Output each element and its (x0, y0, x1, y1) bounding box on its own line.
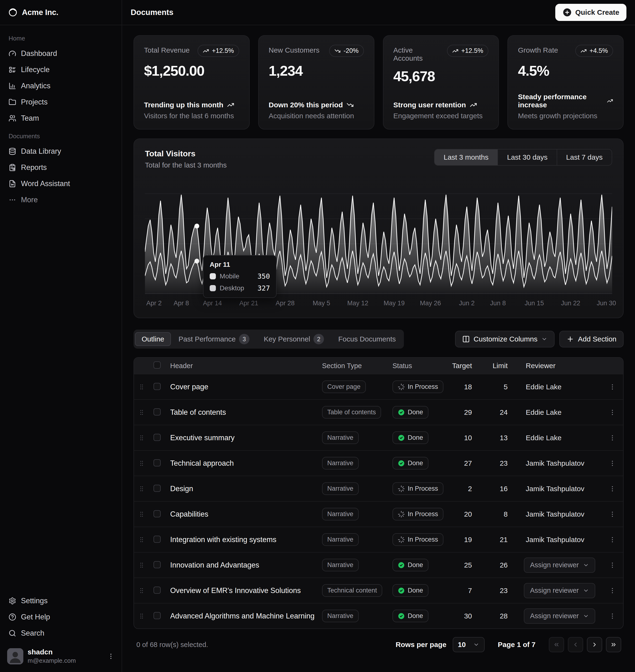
drag-handle[interactable] (134, 409, 149, 416)
limit-value[interactable]: 13 (479, 434, 514, 442)
range-last-3-months[interactable]: Last 3 months (435, 150, 498, 165)
row-menu-button[interactable] (602, 587, 623, 594)
tab-focus-documents[interactable]: Focus Documents (331, 332, 402, 346)
row-header-link[interactable]: Cover page (170, 383, 322, 391)
range-toggle-group: Last 3 months Last 30 days Last 7 days (434, 149, 612, 165)
row-menu-button[interactable] (602, 434, 623, 442)
drag-handle[interactable] (134, 384, 149, 390)
assign-reviewer-select[interactable]: Assign reviewer (524, 558, 595, 573)
sidebar-item-settings[interactable]: Settings (4, 593, 118, 609)
row-checkbox[interactable] (154, 459, 161, 466)
row-checkbox[interactable] (154, 485, 161, 492)
row-header-link[interactable]: Executive summary (170, 433, 322, 442)
row-header-link[interactable]: Advanced Algorithms and Machine Learning (170, 612, 322, 620)
add-section-button[interactable]: Add Section (559, 331, 623, 348)
tab-key-personnel[interactable]: Key Personnel2 (257, 331, 331, 347)
target-value[interactable]: 25 (437, 561, 479, 569)
sidebar-item-search[interactable]: Search (4, 625, 118, 641)
limit-value[interactable]: 24 (479, 408, 514, 417)
tab-outline[interactable]: Outline (135, 332, 171, 346)
row-menu-button[interactable] (602, 612, 623, 620)
row-checkbox[interactable] (154, 408, 161, 416)
previous-page-button[interactable] (568, 637, 583, 652)
rows-per-page-select[interactable]: 10 (453, 637, 485, 652)
target-value[interactable]: 29 (437, 408, 479, 417)
user-menu-trigger[interactable]: shadcn m@example.com (4, 645, 118, 668)
row-menu-button[interactable] (602, 383, 623, 390)
last-page-button[interactable] (606, 637, 621, 652)
assign-reviewer-select[interactable]: Assign reviewer (524, 583, 595, 598)
row-checkbox[interactable] (154, 434, 161, 441)
sidebar-item-analytics[interactable]: Analytics (4, 78, 118, 94)
limit-value[interactable]: 16 (479, 485, 514, 493)
target-value[interactable]: 19 (437, 536, 479, 544)
limit-value[interactable]: 23 (479, 587, 514, 595)
select-all-checkbox[interactable] (154, 361, 161, 368)
sidebar-item-label: Search (21, 629, 44, 637)
row-checkbox[interactable] (154, 561, 161, 568)
sidebar-item-more[interactable]: More (4, 192, 118, 208)
row-header-link[interactable]: Technical approach (170, 459, 322, 468)
more-vertical-icon[interactable] (107, 653, 114, 660)
sidebar-item-team[interactable]: Team (4, 110, 118, 126)
sidebar-item-dashboard[interactable]: Dashboard (4, 45, 118, 62)
drag-handle[interactable] (134, 536, 149, 543)
target-value[interactable]: 18 (437, 383, 479, 391)
first-page-button[interactable] (549, 637, 564, 652)
drag-handle[interactable] (134, 460, 149, 467)
row-checkbox[interactable] (154, 383, 161, 390)
row-menu-button[interactable] (602, 409, 623, 416)
limit-value[interactable]: 26 (479, 561, 514, 569)
row-menu-button[interactable] (602, 562, 623, 569)
sidebar-item-reports[interactable]: Reports (4, 159, 118, 176)
row-header-link[interactable]: Capabilities (170, 510, 322, 518)
tab-past-performance[interactable]: Past Performance3 (172, 331, 256, 347)
sidebar-item-lifecycle[interactable]: Lifecycle (4, 62, 118, 78)
drag-handle[interactable] (134, 613, 149, 620)
sidebar-item-data-library[interactable]: Data Library (4, 143, 118, 159)
target-value[interactable]: 7 (437, 587, 479, 595)
row-checkbox[interactable] (154, 612, 161, 619)
row-menu-button[interactable] (602, 536, 623, 543)
row-header-link[interactable]: Integration with existing systems (170, 535, 322, 544)
org-switcher[interactable]: Acme Inc. (0, 0, 122, 25)
row-checkbox[interactable] (154, 587, 161, 594)
drag-handle[interactable] (134, 562, 149, 568)
customize-columns-button[interactable]: Customize Columns (455, 331, 554, 348)
help-icon (8, 613, 16, 621)
sidebar-item-get-help[interactable]: Get Help (4, 609, 118, 625)
next-page-button[interactable] (587, 637, 602, 652)
target-value[interactable]: 20 (437, 510, 479, 518)
database-icon (8, 148, 16, 155)
range-last-7-days[interactable]: Last 7 days (557, 150, 612, 165)
row-header-link[interactable]: Overview of EMR's Innovative Solutions (170, 586, 322, 595)
limit-value[interactable]: 5 (479, 383, 514, 391)
sidebar-item-word-assistant[interactable]: Word Assistant (4, 176, 118, 192)
row-checkbox[interactable] (154, 536, 161, 543)
target-value[interactable]: 2 (437, 485, 479, 493)
target-value[interactable]: 10 (437, 434, 479, 442)
status-badge: Done (392, 431, 429, 444)
limit-value[interactable]: 8 (479, 510, 514, 518)
quick-create-button[interactable]: Quick Create (555, 4, 627, 21)
area-chart-plot[interactable]: Apr 11 Mobile 350 Desktop 327 (145, 180, 612, 294)
row-header-link[interactable]: Design (170, 485, 322, 493)
target-value[interactable]: 30 (437, 612, 479, 620)
limit-value[interactable]: 28 (479, 612, 514, 620)
row-menu-button[interactable] (602, 485, 623, 492)
drag-handle[interactable] (134, 434, 149, 441)
target-value[interactable]: 27 (437, 459, 479, 467)
assign-reviewer-select[interactable]: Assign reviewer (524, 608, 595, 624)
drag-handle[interactable] (134, 587, 149, 594)
row-header-link[interactable]: Innovation and Advantages (170, 561, 322, 569)
row-checkbox[interactable] (154, 510, 161, 517)
limit-value[interactable]: 23 (479, 459, 514, 467)
row-menu-button[interactable] (602, 511, 623, 518)
drag-handle[interactable] (134, 511, 149, 518)
drag-handle[interactable] (134, 486, 149, 492)
limit-value[interactable]: 21 (479, 536, 514, 544)
range-last-30-days[interactable]: Last 30 days (498, 150, 557, 165)
sidebar-item-projects[interactable]: Projects (4, 94, 118, 110)
row-header-link[interactable]: Table of contents (170, 408, 322, 417)
row-menu-button[interactable] (602, 460, 623, 467)
